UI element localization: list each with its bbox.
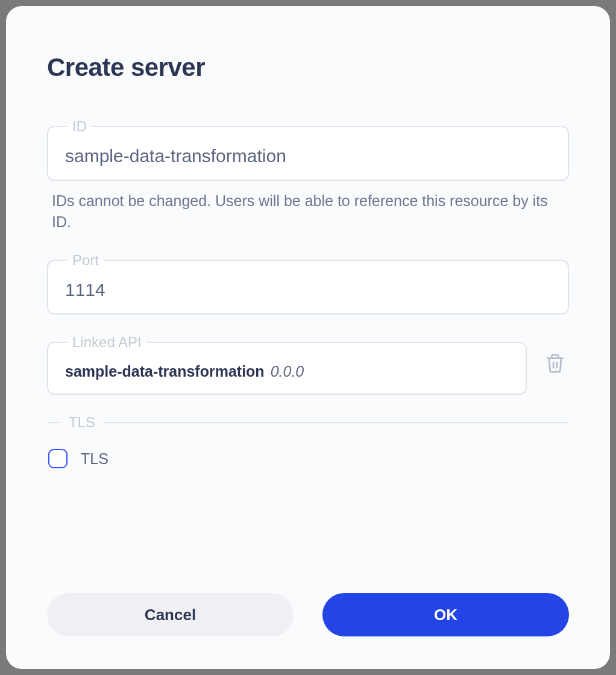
- linked-api-label: Linked API: [68, 334, 146, 351]
- modal-title: Create server: [47, 53, 569, 82]
- port-label: Port: [68, 252, 104, 269]
- id-fieldset: ID: [47, 118, 569, 181]
- id-label: ID: [68, 118, 92, 135]
- linked-api-row: Linked API sample-data-transformation 0.…: [47, 334, 569, 395]
- create-server-modal: Create server ID IDs cannot be changed. …: [6, 6, 610, 669]
- port-input[interactable]: [65, 280, 551, 300]
- linked-api-version: 0.0.0: [271, 363, 304, 380]
- linked-api-value[interactable]: sample-data-transformation 0.0.0: [65, 362, 509, 380]
- id-helper-text: IDs cannot be changed. Users will be abl…: [47, 190, 569, 233]
- action-buttons: Cancel OK: [47, 593, 569, 636]
- tls-section: TLS TLS: [47, 414, 569, 468]
- cancel-button[interactable]: Cancel: [47, 593, 294, 636]
- divider-line: [104, 422, 569, 423]
- ok-button[interactable]: OK: [322, 593, 569, 636]
- divider-line: [47, 422, 60, 423]
- tls-checkbox-label: TLS: [81, 450, 108, 468]
- trash-icon: [545, 353, 565, 375]
- tls-section-label: TLS: [69, 414, 95, 431]
- delete-linked-api-button[interactable]: [541, 350, 569, 379]
- id-field-group: ID IDs cannot be changed. Users will be …: [47, 118, 569, 233]
- port-fieldset: Port: [47, 252, 569, 315]
- linked-api-name: sample-data-transformation: [65, 363, 265, 380]
- tls-checkbox-row: TLS: [47, 449, 569, 468]
- tls-checkbox[interactable]: [48, 449, 68, 468]
- port-field-group: Port: [47, 252, 569, 315]
- linked-api-fieldset: Linked API sample-data-transformation 0.…: [47, 334, 527, 395]
- tls-header: TLS: [47, 414, 569, 431]
- id-input[interactable]: [65, 146, 551, 166]
